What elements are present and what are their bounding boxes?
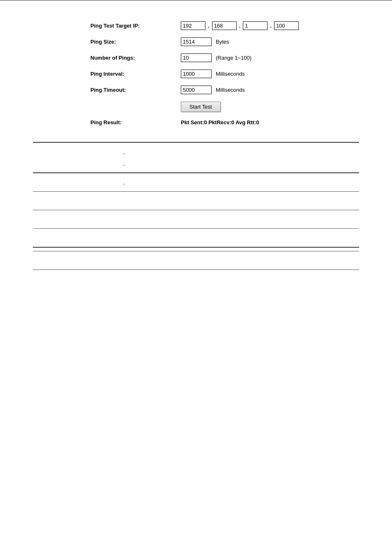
stat-row-4 [33, 214, 359, 225]
start-test-row: Start Test [90, 102, 376, 112]
stat-divider-6 [33, 247, 359, 248]
top-border [0, 0, 392, 1]
stat-row-1: , [33, 146, 359, 158]
ping-timeout-input[interactable] [181, 86, 212, 94]
stat-comma-2: , [123, 179, 125, 186]
ping-size-unit: Bytes [216, 39, 229, 45]
stat-divider-5 [33, 228, 359, 229]
stat-row-1b: , [33, 158, 359, 169]
stat-divider-3 [33, 191, 359, 192]
stat-divider-2 [33, 172, 359, 173]
num-pings-range: (Range 1~100) [216, 55, 251, 61]
ip-octet3-input[interactable] [243, 21, 267, 30]
stat-row-3 [33, 195, 359, 207]
num-pings-label: Number of Pings: [90, 55, 181, 61]
main-container: Ping Test Target IP: . . . Ping Size: By… [0, 13, 392, 281]
ping-timeout-controls: Milliseconds [181, 86, 245, 94]
stat-comma-1a: , [123, 149, 125, 155]
num-pings-row: Number of Pings: (Range 1~100) [90, 53, 376, 62]
stat-value-1: , [123, 149, 359, 155]
stat-value-2: , [123, 179, 359, 186]
ip-controls: . . . [181, 21, 299, 30]
target-ip-row: Ping Test Target IP: . . . [90, 21, 376, 30]
ping-result-label: Ping Result: [90, 119, 181, 125]
ip-octet2-input[interactable] [212, 21, 237, 30]
num-pings-input[interactable] [181, 53, 212, 62]
ping-section: Ping Test Target IP: . . . Ping Size: By… [90, 21, 376, 125]
ping-timeout-row: Ping Timeout: Milliseconds [90, 86, 376, 94]
ip-sep2: . [238, 23, 242, 29]
ping-timeout-label: Ping Timeout: [90, 87, 181, 93]
ping-timeout-unit: Milliseconds [216, 87, 245, 93]
ip-octet4-input[interactable] [274, 21, 299, 30]
stat-top-divider [33, 142, 359, 143]
ping-interval-label: Ping Interval: [90, 71, 181, 77]
ping-size-label: Ping Size: [90, 39, 181, 45]
ping-interval-input[interactable] [181, 70, 212, 78]
ping-interval-unit: Milliseconds [216, 71, 245, 77]
ping-interval-controls: Milliseconds [181, 70, 245, 78]
stat-divider-4 [33, 210, 359, 210]
num-pings-controls: (Range 1~100) [181, 53, 251, 62]
stat-row-2: , [33, 176, 359, 188]
stat-divider-8 [33, 269, 359, 270]
ip-octet1-input[interactable] [181, 21, 205, 30]
ping-result-value: Pkt Sent:0 PktRecv:0 Avg Rtt:0 [181, 119, 259, 125]
start-test-button[interactable]: Start Test [181, 102, 221, 112]
target-ip-label: Ping Test Target IP: [90, 23, 181, 29]
ip-sep1: . [207, 23, 210, 29]
ping-interval-row: Ping Interval: Milliseconds [90, 70, 376, 78]
stat-row-6 [33, 255, 359, 266]
ip-sep3: . [269, 23, 272, 29]
ping-size-controls: Bytes [181, 37, 229, 46]
ping-size-input[interactable] [181, 37, 212, 46]
stat-divider-7 [33, 251, 359, 251]
stat-row-5 [33, 232, 359, 244]
ping-result-row: Ping Result: Pkt Sent:0 PktRecv:0 Avg Rt… [90, 119, 376, 125]
stat-value-1b: , [123, 160, 359, 167]
start-test-controls: Start Test [181, 102, 221, 112]
stat-section: , , , [16, 142, 376, 270]
ping-size-row: Ping Size: Bytes [90, 37, 376, 46]
stat-comma-1b: , [123, 160, 125, 167]
